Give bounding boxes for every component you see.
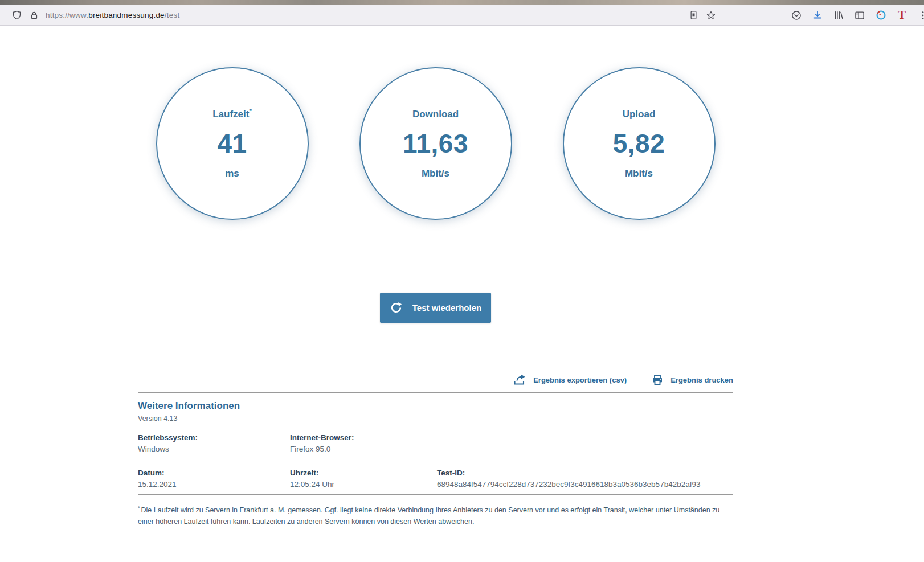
- extension-t-icon[interactable]: T: [896, 9, 908, 22]
- info-row-2: Datum: 15.12.2021 Uhrzeit: 12:05:24 Uhr …: [138, 469, 733, 489]
- field-value: 12:05:24 Uhr: [290, 480, 437, 489]
- version-text: Version 4.13: [138, 415, 733, 422]
- library-icon[interactable]: [832, 9, 845, 22]
- asterisk-marker: *: [249, 108, 251, 114]
- download-icon[interactable]: [811, 9, 824, 22]
- divider-top: [138, 392, 733, 393]
- field-value: 15.12.2021: [138, 480, 290, 489]
- field-test-id: Test-ID: 68948a84f547794ccf228d737232bec…: [437, 469, 733, 489]
- divider-bottom: [138, 494, 733, 495]
- field-betriebssystem: Betriebssystem: Windows: [138, 433, 290, 453]
- field-label: Test-ID:: [437, 469, 733, 477]
- field-label: Datum:: [138, 469, 290, 477]
- pocket-icon[interactable]: [790, 9, 803, 22]
- shield-icon[interactable]: [10, 9, 23, 22]
- printer-icon: [651, 373, 664, 387]
- result-label: Laufzeit*: [212, 108, 252, 120]
- url-text: https://www.breitbandmessung.de/test: [46, 11, 179, 19]
- repeat-test-button[interactable]: Test wiederholen: [380, 293, 491, 323]
- export-csv-link[interactable]: Ergebnis exportieren (csv): [512, 373, 627, 387]
- result-circle-download: Download 11,63 Mbit/s: [359, 67, 512, 220]
- laufzeit-footnote: *Die Laufzeit wird zu Servern in Frankfu…: [138, 504, 733, 527]
- result-unit: Mbit/s: [422, 168, 449, 179]
- result-value: 5,82: [613, 128, 665, 159]
- footnote-text: Die Laufzeit wird zu Servern in Frankfur…: [138, 506, 719, 525]
- field-value: 68948a84f547794ccf228d737232bec9f3c49166…: [437, 480, 733, 489]
- field-uhrzeit: Uhrzeit: 12:05:24 Uhr: [290, 469, 437, 489]
- lock-icon[interactable]: [28, 9, 40, 22]
- field-label: Uhrzeit:: [290, 469, 437, 477]
- reader-mode-icon[interactable]: [687, 9, 700, 22]
- export-icon: [512, 373, 527, 387]
- result-circle-laufzeit: Laufzeit* 41 ms: [156, 67, 309, 220]
- more-info-heading: Weitere Informationen: [138, 400, 733, 412]
- menu-kebab-icon[interactable]: [917, 9, 924, 22]
- window-top-edge: [0, 0, 924, 5]
- info-row-1: Betriebssystem: Windows Internet-Browser…: [138, 433, 733, 453]
- field-value: Windows: [138, 445, 290, 453]
- url-path: /test: [165, 11, 180, 19]
- refresh-icon: [390, 301, 403, 314]
- result-unit: ms: [225, 168, 239, 179]
- result-value: 41: [217, 128, 247, 159]
- print-label: Ergebnis drucken: [670, 376, 733, 384]
- result-label: Download: [412, 108, 459, 120]
- result-actions-row: Ergebnis exportieren (csv) Ergebnis druc…: [138, 373, 733, 387]
- export-csv-label: Ergebnis exportieren (csv): [533, 376, 627, 384]
- url-domain: breitbandmessung.de: [88, 11, 165, 19]
- print-link[interactable]: Ergebnis drucken: [651, 373, 733, 387]
- field-label: Betriebssystem:: [138, 433, 290, 442]
- result-value: 11,63: [403, 128, 468, 159]
- browser-window: https://www.breitbandmessung.de/test: [0, 0, 924, 562]
- toolbar-icon-cluster: T: [781, 9, 922, 22]
- field-label: Internet-Browser:: [290, 433, 437, 442]
- extension-circle-icon[interactable]: [874, 9, 887, 22]
- field-datum: Datum: 15.12.2021: [138, 469, 290, 489]
- footnote-marker: *: [138, 505, 140, 511]
- result-unit: Mbit/s: [625, 168, 653, 179]
- field-value: Firefox 95.0: [290, 445, 437, 453]
- field-internet-browser: Internet-Browser: Firefox 95.0: [290, 433, 437, 453]
- results-row: Laufzeit* 41 ms Download 11,63 Mbit/s Up…: [138, 26, 733, 220]
- sidebar-icon[interactable]: [853, 9, 866, 22]
- repeat-test-label: Test wiederholen: [412, 303, 481, 313]
- browser-toolbar: https://www.breitbandmessung.de/test: [0, 5, 924, 26]
- url-bar[interactable]: https://www.breitbandmessung.de/test: [5, 7, 723, 24]
- bookmark-star-icon[interactable]: [705, 9, 717, 22]
- result-circle-upload: Upload 5,82 Mbit/s: [563, 67, 716, 220]
- page-content: Laufzeit* 41 ms Download 11,63 Mbit/s Up…: [0, 26, 924, 527]
- result-label: Upload: [623, 108, 656, 120]
- url-prefix: https://www.: [46, 11, 88, 19]
